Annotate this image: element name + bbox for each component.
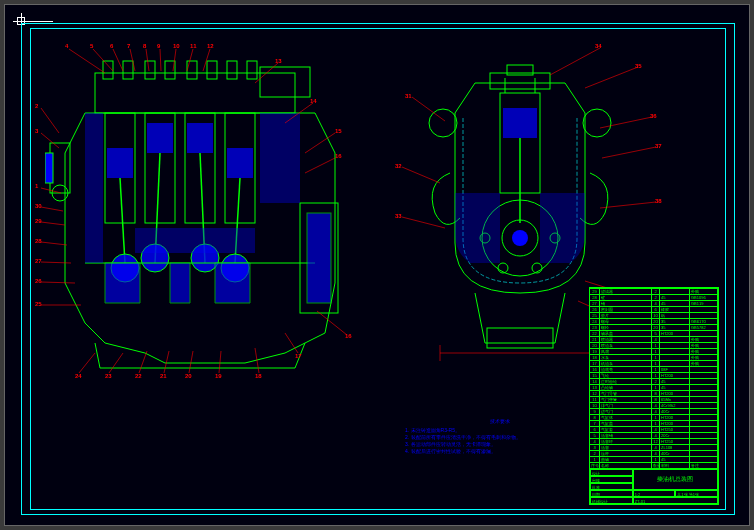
svg-rect-34 <box>247 61 257 79</box>
svg-rect-23 <box>45 153 53 183</box>
callout: 2 <box>35 103 38 109</box>
callout: 17 <box>295 353 302 359</box>
callout: 37 <box>655 143 662 149</box>
callout: 10 <box>173 43 180 49</box>
callout: 9 <box>157 43 160 49</box>
svg-line-9 <box>120 178 125 263</box>
tb-drawn-label: 设计 <box>590 469 633 476</box>
tb-scale: 1:2 <box>633 490 676 497</box>
callout: 32 <box>395 163 402 169</box>
svg-rect-8 <box>227 148 253 178</box>
drawing-area: 4 5 6 7 8 9 10 11 12 13 14 15 16 2 3 1 3… <box>35 33 719 505</box>
title-footer: 设计 柴油机总装图 审核 批准 日期 1:2 共1张 第1张 机械设计 ZT-0… <box>590 468 718 504</box>
tb-sheet: 共1张 第1张 <box>675 490 718 497</box>
notes-line: 4. 装配后进行密封性试验，不得有渗漏。 <box>405 448 595 455</box>
title-block: 序号名称数量材料备注1曲轴1452连杆440Cr3活塞4ZL1084活塞环12H… <box>589 287 719 505</box>
callout: 22 <box>135 373 142 379</box>
callout: 26 <box>35 278 42 284</box>
callout: 4 <box>65 43 68 49</box>
svg-point-77 <box>429 109 457 137</box>
callout: 27 <box>35 258 42 264</box>
callout: 19 <box>215 373 222 379</box>
tb-approved-label: 批准 <box>590 483 633 490</box>
notes-line: 3. 各运动部件应转动灵活，无卡滞现象。 <box>405 441 595 448</box>
callout: 23 <box>105 373 112 379</box>
svg-rect-30 <box>165 61 175 79</box>
tb-date-label: 日期 <box>590 490 633 497</box>
svg-rect-28 <box>123 61 133 79</box>
tb-org: 机械设计 <box>590 497 633 504</box>
svg-rect-38 <box>135 228 255 253</box>
tb-dwg-no: ZT-01 <box>633 497 718 504</box>
svg-rect-7 <box>187 123 213 153</box>
cad-canvas[interactable]: 4 5 6 7 8 9 10 11 12 13 14 15 16 2 3 1 3… <box>4 4 750 526</box>
callout: 20 <box>185 373 192 379</box>
bom-table: 序号名称数量材料备注1曲轴1452连杆440Cr3活塞4ZL1084活塞环12H… <box>590 288 718 468</box>
callout: 8 <box>143 43 146 49</box>
svg-rect-33 <box>227 61 237 79</box>
svg-rect-72 <box>503 108 537 138</box>
callout: 14 <box>310 98 317 104</box>
callout: 31 <box>405 93 412 99</box>
technical-notes: 技术要求 1. 未注铸造圆角R3-R5。 2. 装配前所有零件应清洗干净，不得有… <box>405 418 595 455</box>
svg-rect-6 <box>147 123 173 153</box>
callout: 29 <box>35 218 42 224</box>
callout: 16 <box>345 333 352 339</box>
svg-rect-29 <box>145 61 155 79</box>
callout: 6 <box>110 43 113 49</box>
notes-line: 1. 未注铸造圆角R3-R5。 <box>405 427 595 434</box>
callout: 1 <box>35 183 38 189</box>
svg-rect-32 <box>207 61 217 79</box>
svg-point-76 <box>512 230 528 246</box>
callout: 11 <box>190 43 197 49</box>
callout: 15 <box>335 128 342 134</box>
svg-rect-26 <box>307 213 331 303</box>
svg-rect-31 <box>187 61 197 79</box>
callout: 3 <box>35 128 38 134</box>
callout: 18 <box>255 373 262 379</box>
svg-rect-37 <box>260 113 300 203</box>
callout: 28 <box>35 238 42 244</box>
callout: 24 <box>75 373 82 379</box>
svg-rect-36 <box>85 113 103 263</box>
callout: 38 <box>655 198 662 204</box>
callout: 12 <box>207 43 214 49</box>
callout: 34 <box>595 43 602 49</box>
callout: 33 <box>395 213 402 219</box>
callout: 25 <box>35 301 42 307</box>
callout: 16 <box>335 153 342 159</box>
engine-longitudinal-section <box>45 53 355 373</box>
callout: 5 <box>90 43 93 49</box>
callout: 35 <box>635 63 642 69</box>
tb-main-title: 柴油机总装图 <box>633 469 718 490</box>
callout: 30 <box>35 203 42 209</box>
callout: 36 <box>650 113 657 119</box>
notes-heading: 技术要求 <box>405 418 595 425</box>
svg-rect-35 <box>260 67 310 97</box>
notes-line: 2. 装配前所有零件应清洗干净，不得有毛刺和杂物。 <box>405 434 595 441</box>
svg-rect-70 <box>487 328 553 348</box>
callout: 7 <box>127 43 130 49</box>
tb-checked-label: 审核 <box>590 476 633 483</box>
callout: 21 <box>160 373 167 379</box>
callout: 13 <box>275 58 282 64</box>
svg-rect-5 <box>107 148 133 178</box>
svg-point-78 <box>583 109 611 137</box>
svg-rect-27 <box>103 61 113 79</box>
